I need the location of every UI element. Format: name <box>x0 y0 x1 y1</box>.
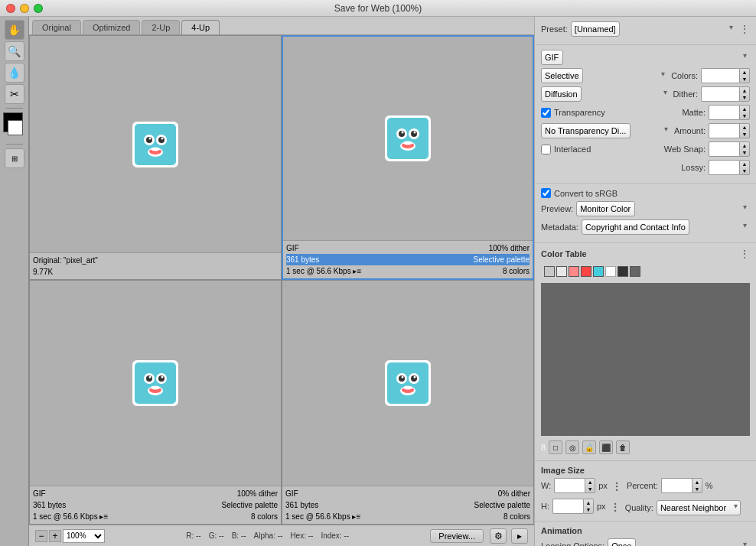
matte-input-group: ▲ ▼ <box>709 105 750 120</box>
arrow-button[interactable]: ▸ <box>511 528 528 544</box>
tab-4up[interactable]: 4-Up <box>181 20 220 34</box>
matte-down[interactable]: ▼ <box>740 112 749 119</box>
looping-select[interactable]: Once <box>608 538 636 546</box>
svg-point-25 <box>149 376 152 379</box>
eyedropper-tool[interactable]: 💧 <box>5 63 24 83</box>
dither-down[interactable]: ▼ <box>740 94 749 101</box>
swatch-2[interactable] <box>569 266 579 277</box>
image-gif3 <box>385 360 431 406</box>
colors-down[interactable]: ▼ <box>740 76 749 83</box>
color-reduction-select[interactable]: Selective <box>541 68 583 83</box>
dither-spinner[interactable]: ▲ ▼ <box>739 86 750 102</box>
matte-up[interactable]: ▲ <box>740 106 749 112</box>
delete-color-icon[interactable]: 🗑 <box>616 440 630 454</box>
preview-cell-gif3[interactable]: GIF 0% dither 361 bytes Selective palett… <box>282 280 534 525</box>
preview-button[interactable]: Preview... <box>430 529 484 543</box>
web-snap-input[interactable]: 0% <box>709 141 739 157</box>
panel-options-icon[interactable]: ⋮ <box>739 23 750 35</box>
interlaced-checkbox[interactable] <box>541 145 551 154</box>
preset-select[interactable]: [Unnamed] <box>571 21 620 37</box>
lossy-input[interactable]: 0 <box>709 160 739 175</box>
percent-spinner[interactable]: ▲ ▼ <box>692 478 702 493</box>
lossy-label: Lossy: <box>681 163 705 172</box>
transparency-checkbox[interactable] <box>541 108 551 118</box>
swatch-7[interactable] <box>630 266 640 277</box>
width-input[interactable]: 50 <box>554 478 585 493</box>
svg-point-35 <box>402 376 404 379</box>
hex-value: Hex: -- <box>290 531 313 540</box>
minimize-button[interactable] <box>20 4 29 13</box>
swatch-3[interactable] <box>581 266 591 277</box>
metadata-select[interactable]: Copyright and Contact Info <box>582 219 689 235</box>
tab-optimized[interactable]: Optimized <box>83 20 141 34</box>
amount-down[interactable]: ▼ <box>740 131 749 138</box>
swatch-1[interactable] <box>556 266 567 277</box>
window-controls[interactable] <box>6 4 43 13</box>
web-snap-label: Web Snap: <box>664 145 705 154</box>
preview-select[interactable]: Monitor Color <box>576 201 635 216</box>
zoom-plus-button[interactable]: + <box>49 530 61 542</box>
toggle-view[interactable]: ⊞ <box>5 148 24 168</box>
web-snap-down[interactable]: ▼ <box>740 149 749 156</box>
amount-input[interactable] <box>709 123 739 138</box>
animation-header: Animation <box>541 526 750 535</box>
preview-cell-original[interactable]: Original: "pixel_art" 9.77K <box>29 35 282 280</box>
swatch-5[interactable] <box>605 266 616 277</box>
zoom-minus-button[interactable]: − <box>35 530 47 542</box>
colors-spinner[interactable]: ▲ ▼ <box>739 68 750 83</box>
height-input[interactable]: 50 <box>552 499 583 514</box>
width-spinner[interactable]: ▲ ▼ <box>585 478 595 493</box>
amount-up[interactable]: ▲ <box>740 124 749 131</box>
height-spinner[interactable]: ▲ ▼ <box>583 499 594 514</box>
zoom-controls: − + 100% <box>35 529 105 543</box>
settings-button[interactable]: ⚙ <box>490 528 507 544</box>
dither-up[interactable]: ▲ <box>740 87 749 94</box>
colors-up[interactable]: ▲ <box>740 69 749 76</box>
trans-dither-select[interactable]: No Transparency Di... <box>541 123 631 138</box>
color-table-options-icon[interactable]: ⋮ <box>739 248 750 260</box>
convert-srgb-label[interactable]: Convert to sRGB <box>541 188 618 198</box>
close-button[interactable] <box>6 4 15 13</box>
slice-tool[interactable]: ✂ <box>5 84 24 104</box>
swatch-4[interactable] <box>593 266 604 277</box>
lossy-up[interactable]: ▲ <box>740 161 749 167</box>
new-color-icon[interactable]: □ <box>549 440 562 454</box>
web-color-icon[interactable]: ⬛ <box>599 440 613 454</box>
convert-srgb-checkbox[interactable] <box>541 188 551 198</box>
map-color-icon[interactable]: ◎ <box>565 440 579 454</box>
link-chain-icon-2: ⫶ <box>612 499 619 515</box>
tab-original[interactable]: Original <box>32 20 81 34</box>
zoom-select[interactable]: 100% <box>63 529 105 543</box>
background-color[interactable] <box>8 120 23 135</box>
hand-tool[interactable]: ✋ <box>5 20 24 40</box>
web-snap-up[interactable]: ▲ <box>740 142 749 149</box>
tab-2up[interactable]: 2-Up <box>142 20 180 34</box>
preview-cell-gif1[interactable]: GIF 100% dither 361 bytes Selective pale… <box>282 35 534 280</box>
quality-select[interactable]: Nearest Neighbor <box>657 500 741 515</box>
swatch-0[interactable] <box>544 266 555 277</box>
interlaced-checkbox-label[interactable]: Interlaced <box>541 145 591 154</box>
lossy-spinner[interactable]: ▲ ▼ <box>739 160 750 175</box>
dither-method-select[interactable]: Diffusion <box>541 86 582 102</box>
transparency-checkbox-label[interactable]: Transparency <box>541 108 605 118</box>
swatch-6[interactable] <box>618 266 628 277</box>
matte-spinner[interactable]: ▲ ▼ <box>739 105 750 120</box>
svg-point-9 <box>151 147 160 151</box>
link-chain-icon: ⫶ <box>614 479 621 495</box>
format-select[interactable]: GIF <box>541 50 563 65</box>
svg-point-36 <box>414 376 416 379</box>
height-row: H: 50 ▲ ▼ px <box>541 499 606 514</box>
web-snap-spinner[interactable]: ▲ ▼ <box>739 141 750 157</box>
maximize-button[interactable] <box>34 4 43 13</box>
amount-spinner[interactable]: ▲ ▼ <box>739 123 750 138</box>
width-input-group: 50 ▲ ▼ <box>554 478 595 493</box>
matte-input[interactable] <box>709 105 739 120</box>
lossy-down[interactable]: ▼ <box>740 167 749 174</box>
zoom-tool[interactable]: 🔍 <box>5 41 24 61</box>
preview-cell-gif2[interactable]: GIF 100% dither 361 bytes Selective pale… <box>29 280 282 525</box>
dither-row: Diffusion Dither: 100% ▲ ▼ <box>541 86 750 102</box>
colors-input[interactable]: 128 <box>701 68 739 83</box>
percent-input[interactable]: 100 <box>661 478 692 493</box>
dither-input[interactable]: 100% <box>701 86 739 102</box>
lock-color-icon[interactable]: 🔒 <box>582 440 596 454</box>
